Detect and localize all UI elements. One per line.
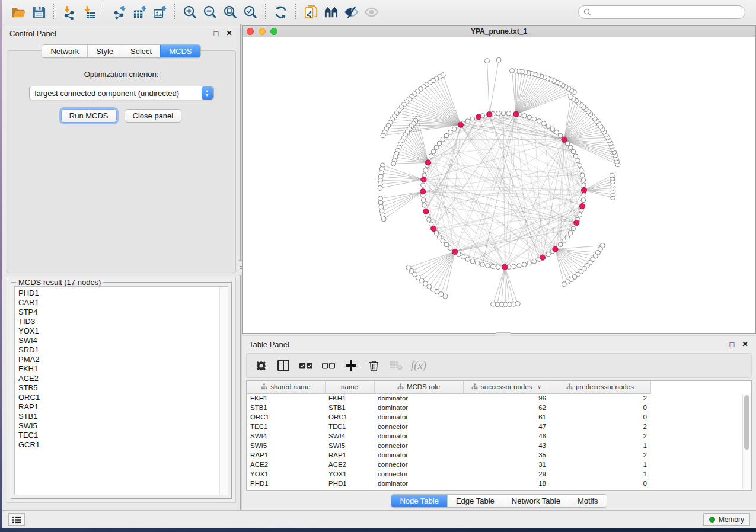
network-node[interactable] <box>576 158 580 163</box>
network-node[interactable] <box>496 111 500 116</box>
zoom-out-icon[interactable] <box>200 2 220 21</box>
search-input[interactable] <box>591 8 740 16</box>
table-row[interactable]: TEC1TEC1connector472 <box>247 422 747 431</box>
network-node[interactable] <box>381 217 386 222</box>
zoom-fit-content-icon[interactable] <box>220 2 240 21</box>
mcds-hub-node[interactable] <box>553 246 558 252</box>
column-header-successor-nodes[interactable]: successor nodes∨ <box>463 381 550 393</box>
network-node[interactable] <box>470 259 475 264</box>
network-node[interactable] <box>470 117 475 121</box>
network-node[interactable] <box>550 127 555 132</box>
tab-select[interactable]: Select <box>122 45 160 57</box>
network-node[interactable] <box>475 261 480 265</box>
mcds-hub-node[interactable] <box>420 189 425 194</box>
mcds-result-item[interactable]: SRD1 <box>18 345 224 355</box>
mcds-hub-node[interactable] <box>562 137 567 142</box>
close-panel-icon[interactable]: ✕ <box>741 341 749 348</box>
float-panel-icon[interactable]: □ <box>212 30 220 37</box>
network-node[interactable] <box>427 217 432 222</box>
mcds-hub-node[interactable] <box>540 255 545 260</box>
delete-column-trash-icon[interactable] <box>366 358 381 373</box>
network-node[interactable] <box>496 265 500 270</box>
table-row[interactable]: RAP1RAP1dominator352 <box>247 450 747 460</box>
mcds-result-item[interactable]: FKH1 <box>18 364 224 374</box>
apply-layout-icon[interactable] <box>270 2 291 21</box>
network-node[interactable] <box>448 246 453 251</box>
network-node[interactable] <box>480 262 485 267</box>
network-window-titlebar[interactable]: YPA_prune.txt_1 <box>243 26 755 37</box>
mcds-result-item[interactable]: STB1 <box>18 412 224 421</box>
zoom-in-icon[interactable] <box>180 2 200 21</box>
network-node[interactable] <box>444 133 449 138</box>
network-node[interactable] <box>569 95 573 100</box>
mcds-result-item[interactable]: SWI5 <box>18 421 224 431</box>
mcds-result-item[interactable]: SWI4 <box>18 336 224 345</box>
network-node[interactable] <box>581 198 586 203</box>
network-node[interactable] <box>420 183 425 188</box>
function-builder-icon[interactable]: f(x) <box>412 358 426 373</box>
mcds-result-list[interactable]: PHD1CAR1STP4TID3YOX1SWI4SRD1PMA2FKH1ACE2… <box>14 286 228 495</box>
table-row[interactable]: SWI4SWI4dominator462 <box>247 431 747 441</box>
tab-edge-table[interactable]: Edge Table <box>447 495 503 507</box>
import-network-icon[interactable] <box>59 2 79 21</box>
export-image-icon[interactable] <box>149 2 170 21</box>
network-node[interactable] <box>444 242 449 247</box>
network-node[interactable] <box>554 130 559 134</box>
mcds-hub-node[interactable] <box>421 177 426 182</box>
column-header-MCDS-role[interactable]: MCDS role <box>374 381 463 393</box>
add-column-icon[interactable] <box>344 358 358 373</box>
float-panel-icon[interactable]: □ <box>728 341 736 348</box>
show-all-icon[interactable] <box>361 2 381 21</box>
table-settings-gear-icon[interactable] <box>254 358 268 373</box>
mcds-hub-node[interactable] <box>431 226 436 231</box>
mcds-hub-node[interactable] <box>513 111 519 117</box>
memory-button[interactable]: Memory <box>703 513 750 526</box>
save-session-icon[interactable] <box>28 2 49 21</box>
network-node[interactable] <box>429 154 433 159</box>
network-node[interactable] <box>465 119 470 124</box>
mcds-hub-node[interactable] <box>487 111 492 117</box>
mcds-result-item[interactable]: YOX1 <box>18 326 224 336</box>
column-header-predecessor-nodes[interactable]: predecessor nodes <box>550 381 650 393</box>
network-node[interactable] <box>558 242 563 247</box>
table-row[interactable]: SWI5SWI5connector431 <box>247 441 747 450</box>
network-node[interactable] <box>578 163 582 168</box>
close-panel-icon[interactable]: ✕ <box>225 30 233 37</box>
tab-network-table[interactable]: Network Table <box>503 495 569 507</box>
mcds-result-item[interactable]: ACE2 <box>18 374 224 383</box>
network-node[interactable] <box>434 145 439 150</box>
network-node[interactable] <box>441 137 445 142</box>
open-file-icon[interactable] <box>8 2 28 21</box>
mcds-result-item[interactable]: STB5 <box>18 383 224 393</box>
select-all-rows-icon[interactable] <box>299 358 313 373</box>
mcds-hub-node[interactable] <box>423 209 429 214</box>
network-node[interactable] <box>573 154 578 159</box>
mcds-result-item[interactable]: STP4 <box>18 307 224 317</box>
network-node[interactable] <box>580 173 585 178</box>
network-node[interactable] <box>378 185 382 190</box>
tab-mcds[interactable]: MCDS <box>160 45 200 57</box>
mcds-result-item[interactable]: RAP1 <box>18 402 224 412</box>
network-node[interactable] <box>461 255 465 259</box>
deselect-all-rows-icon[interactable] <box>321 358 336 373</box>
network-node[interactable] <box>423 168 428 173</box>
network-node[interactable] <box>448 130 453 134</box>
network-node[interactable] <box>565 235 570 239</box>
mcds-hub-node[interactable] <box>452 249 458 254</box>
network-node[interactable] <box>512 264 516 269</box>
network-node[interactable] <box>532 117 537 121</box>
network-node[interactable] <box>484 59 489 63</box>
network-node[interactable] <box>527 115 532 120</box>
network-node[interactable] <box>421 198 426 203</box>
network-node[interactable] <box>486 264 490 268</box>
network-canvas[interactable] <box>243 37 755 333</box>
network-node[interactable] <box>406 265 411 270</box>
mcds-result-item[interactable]: TEC1 <box>18 431 224 440</box>
criterion-dropdown[interactable]: largest connected component (undirected)… <box>29 86 214 100</box>
network-node[interactable] <box>496 57 501 62</box>
table-row[interactable]: STB1STB1dominator620 <box>247 403 747 412</box>
show-column-panel-icon[interactable] <box>276 358 291 373</box>
run-mcds-button[interactable]: Run MCDS <box>61 109 117 123</box>
network-node[interactable] <box>441 239 445 243</box>
export-network-icon[interactable] <box>109 2 129 21</box>
